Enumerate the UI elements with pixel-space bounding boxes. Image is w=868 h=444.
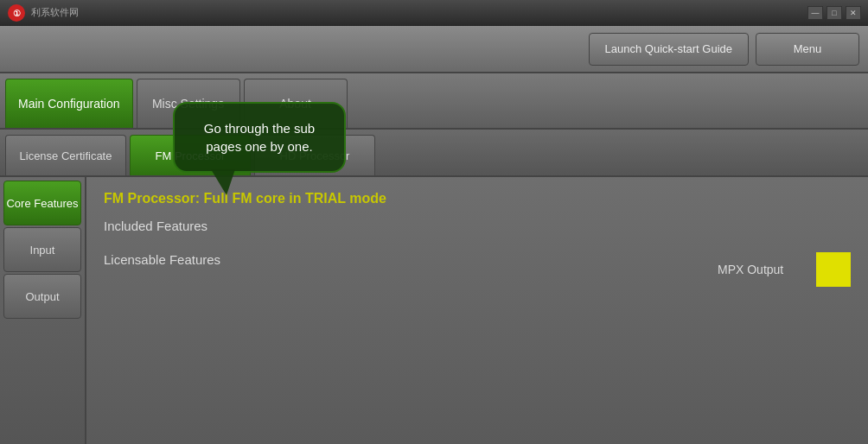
close-button[interactable]: ✕ [846, 6, 861, 20]
minimize-button[interactable]: — [807, 6, 823, 20]
mpx-output-label: MPX Output [718, 263, 804, 276]
licensable-features-label: Licensable Features [104, 252, 700, 267]
licensable-row: Licensable Features MPX Output [104, 252, 851, 287]
sidebar-item-input[interactable]: Input [3, 227, 81, 272]
menu-button[interactable]: Menu [756, 33, 859, 66]
top-toolbar: Launch Quick-start Guide Menu [0, 26, 868, 73]
included-features-area: Included Features [104, 219, 851, 240]
content-area: Core Features Input Output FM Processor:… [0, 177, 868, 444]
left-sidebar: Core Features Input Output [0, 177, 86, 444]
title-bar: ① 利系软件网 — □ ✕ [0, 0, 868, 26]
features-row: Included Features [104, 219, 851, 240]
right-content: FM Processor: Full FM core in TRIAL mode… [86, 177, 868, 444]
maximize-button[interactable]: □ [827, 6, 842, 20]
sidebar-item-output[interactable]: Output [3, 274, 81, 319]
sidebar-item-core-features[interactable]: Core Features [3, 181, 81, 225]
licensable-section: Licensable Features [104, 252, 700, 274]
tab-license-certificate[interactable]: License Certificate [5, 135, 126, 175]
main-background: Launch Quick-start Guide Menu Main Confi… [0, 26, 868, 444]
mpx-row: MPX Output [718, 252, 851, 287]
brand-text: 利系软件网 [31, 6, 79, 19]
title-bar-controls: — □ ✕ [807, 6, 861, 20]
included-features-label: Included Features [104, 219, 851, 233]
title-bar-left: ① 利系软件网 [7, 3, 79, 22]
tab-row-2: License Certificate FM Processor HD Proc… [0, 130, 868, 177]
tooltip-balloon: Go through the sub pages one by one. [173, 102, 346, 173]
mpx-output-indicator [816, 252, 851, 287]
svg-text:①: ① [13, 9, 21, 18]
launch-guide-button[interactable]: Launch Quick-start Guide [589, 33, 749, 66]
tab-row-1: Main Configuration Misc Settings About [0, 73, 868, 130]
tooltip-text: Go through the sub pages one by one. [204, 121, 315, 154]
tab-main-configuration[interactable]: Main Configuration [5, 79, 133, 128]
app-logo-icon: ① [7, 3, 26, 22]
